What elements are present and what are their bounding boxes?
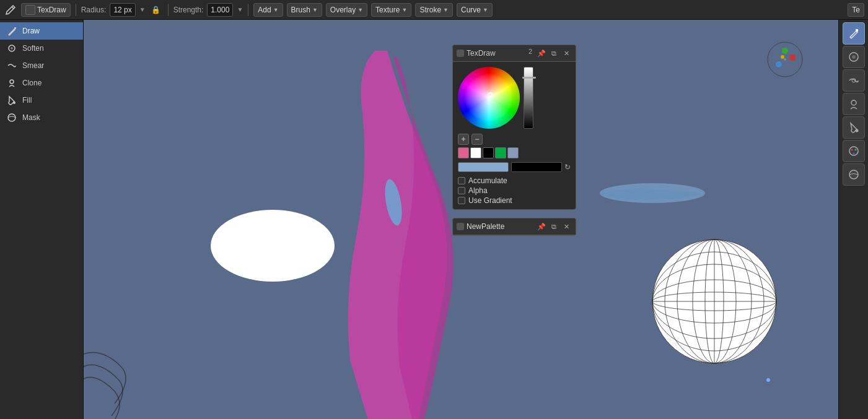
- svg-point-31: [852, 55, 856, 59]
- color-wheel-dark: [458, 67, 520, 129]
- mode-icon[interactable]: [4, 3, 17, 17]
- overlay-dropdown[interactable]: Overlay ▼: [326, 3, 367, 17]
- sep3: [248, 4, 248, 16]
- use-gradient-row: Use Gradient: [453, 196, 576, 205]
- brush-item-smear[interactable]: Smear: [0, 57, 83, 74]
- refresh-icon[interactable]: ↻: [564, 163, 571, 171]
- radius-value[interactable]: 12 px: [110, 3, 135, 17]
- texture-dropdown[interactable]: Texture ▼: [371, 3, 411, 17]
- remove-color-button[interactable]: −: [471, 134, 483, 145]
- radius-label: Radius:: [81, 6, 107, 14]
- strength-value[interactable]: 1.000: [207, 3, 233, 17]
- blue-stroke-top-right: [597, 178, 708, 209]
- swatch-white[interactable]: [470, 147, 481, 158]
- brush-item-draw[interactable]: Draw: [0, 22, 83, 40]
- add-color-button[interactable]: +: [458, 134, 469, 145]
- mask-label: Mask: [22, 113, 40, 122]
- svg-point-10: [782, 48, 788, 54]
- curve-label: Curve: [461, 6, 481, 14]
- alpha-label: Alpha: [468, 186, 488, 195]
- popup-pin-button[interactable]: 📌: [536, 48, 547, 59]
- svg-point-11: [781, 55, 784, 59]
- value-bar[interactable]: [524, 67, 533, 129]
- clone-tool-icon: [848, 98, 860, 110]
- toolbar: TexDraw Radius: 12 px ▼ 🔒 Strength: 1.00…: [0, 0, 868, 20]
- radius-down-arrow[interactable]: ▼: [139, 6, 146, 13]
- svg-point-34: [855, 129, 858, 132]
- right-btn-mask[interactable]: [843, 163, 865, 186]
- brush-item-soften[interactable]: Soften: [0, 40, 83, 57]
- curve-dropdown[interactable]: Curve ▼: [457, 3, 493, 17]
- viewport-gizmo[interactable]: [766, 41, 804, 80]
- brush-item-mask[interactable]: Mask: [0, 109, 83, 126]
- radius-lock-icon[interactable]: 🔒: [149, 3, 163, 17]
- blend-mode-dropdown[interactable]: Add ▼: [253, 3, 283, 17]
- soften-icon: [6, 43, 17, 54]
- cursor-indicator: [766, 378, 770, 382]
- swatch-black[interactable]: [483, 147, 494, 158]
- wheel-cursor: [488, 92, 493, 97]
- stroke-dropdown[interactable]: Stroke ▼: [415, 3, 453, 17]
- right-btn-soften[interactable]: [843, 46, 865, 68]
- palette-close-button[interactable]: ✕: [561, 221, 572, 232]
- fill-label: Fill: [22, 96, 32, 105]
- use-gradient-label: Use Gradient: [468, 196, 512, 205]
- brush-item-clone[interactable]: Clone: [0, 74, 83, 92]
- stroke-label: Stroke: [419, 6, 441, 14]
- brush-dropdown-label: Brush: [291, 6, 310, 14]
- svg-point-33: [851, 100, 856, 105]
- svg-point-5: [8, 114, 15, 121]
- right-btn-draw[interactable]: [843, 22, 865, 45]
- swatch-blue[interactable]: [507, 147, 519, 158]
- brush-dropdown[interactable]: Brush ▼: [287, 3, 322, 17]
- popup-actions: 2 📌 ⧉ ✕: [528, 48, 572, 59]
- alpha-row: Alpha: [453, 186, 576, 196]
- palette-collapse-button[interactable]: ⧉: [548, 221, 559, 232]
- svg-point-36: [851, 149, 853, 151]
- draw-tool-icon: [848, 27, 860, 40]
- right-btn-clone[interactable]: [843, 93, 865, 115]
- accumulate-row: Accumulate: [453, 176, 576, 186]
- overlay-chevron: ▼: [357, 7, 363, 13]
- left-sidebar: Draw Soften Smear: [0, 20, 84, 419]
- color-wheel[interactable]: [458, 67, 520, 129]
- palette-header: NewPalette 📌 ⧉ ✕: [453, 218, 576, 235]
- brush-preview: [25, 5, 35, 15]
- canvas-area[interactable]: TexDraw 2 📌 ⧉ ✕: [84, 20, 838, 419]
- right-btn-palette[interactable]: [843, 140, 865, 162]
- palette-pin-button[interactable]: 📌: [536, 221, 547, 232]
- brush-item-fill[interactable]: Fill: [0, 92, 83, 109]
- right-btn-smear[interactable]: [843, 69, 865, 92]
- alpha-checkbox[interactable]: [458, 187, 465, 194]
- use-gradient-checkbox[interactable]: [458, 197, 465, 204]
- clone-label: Clone: [22, 79, 42, 87]
- palette-actions: 📌 ⧉ ✕: [536, 221, 572, 232]
- gradient-bar-left[interactable]: [458, 162, 509, 172]
- swatch-green[interactable]: [495, 147, 506, 158]
- draw-icon: [6, 25, 17, 37]
- popup-drag-handle[interactable]: [457, 50, 464, 57]
- palette-drag-handle[interactable]: [457, 223, 464, 230]
- svg-point-12: [776, 61, 782, 67]
- strength-down-arrow[interactable]: ▼: [237, 6, 243, 13]
- texture-tab-label: Te: [852, 6, 860, 14]
- sep1: [76, 4, 76, 16]
- accumulate-checkbox[interactable]: [458, 177, 465, 184]
- palette-title: NewPalette: [467, 222, 504, 231]
- overlay-label: Overlay: [330, 6, 356, 14]
- gradient-bar-right[interactable]: [511, 162, 562, 172]
- swatch-pink[interactable]: [458, 147, 469, 158]
- texture-tab[interactable]: Te: [848, 3, 864, 17]
- brush-selector[interactable]: TexDraw: [21, 3, 71, 17]
- smear-icon: [6, 60, 17, 71]
- sep2: [168, 4, 169, 16]
- blend-mode-chevron: ▼: [273, 7, 279, 13]
- popup-tab-number: 2: [528, 48, 532, 59]
- popup-close-button[interactable]: ✕: [561, 48, 572, 59]
- palette-panel: NewPalette 📌 ⧉ ✕: [452, 218, 576, 236]
- popup-controls: + −: [453, 134, 576, 147]
- right-btn-fill[interactable]: [843, 116, 865, 139]
- svg-point-38: [853, 153, 854, 155]
- popup-collapse-button[interactable]: ⧉: [548, 48, 559, 59]
- svg-point-6: [211, 210, 335, 282]
